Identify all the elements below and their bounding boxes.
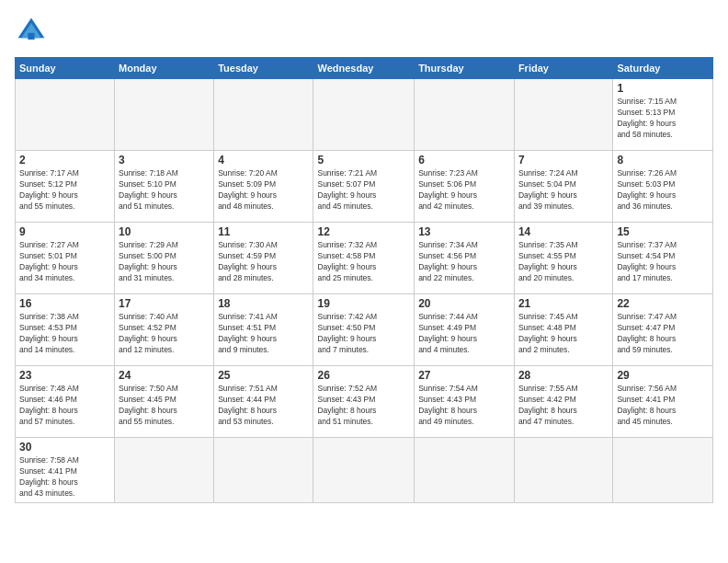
page: Sunday Monday Tuesday Wednesday Thursday…: [0, 0, 728, 563]
day-number: 11: [218, 225, 309, 238]
day-number: 25: [218, 369, 309, 382]
calendar-cell: [115, 438, 214, 503]
calendar-cell: [313, 79, 415, 151]
calendar: Sunday Monday Tuesday Wednesday Thursday…: [15, 57, 713, 503]
calendar-cell: [214, 79, 313, 151]
day-info: Sunrise: 7:37 AM Sunset: 4:54 PM Dayligh…: [617, 240, 709, 284]
calendar-cell: 12Sunrise: 7:32 AM Sunset: 4:58 PM Dayli…: [313, 223, 415, 294]
calendar-cell: 20Sunrise: 7:44 AM Sunset: 4:49 PM Dayli…: [415, 294, 515, 366]
calendar-cell: 18Sunrise: 7:41 AM Sunset: 4:51 PM Dayli…: [214, 294, 313, 366]
calendar-cell: 5Sunrise: 7:21 AM Sunset: 5:07 PM Daylig…: [313, 151, 415, 223]
day-number: 17: [119, 297, 210, 310]
day-info: Sunrise: 7:44 AM Sunset: 4:49 PM Dayligh…: [418, 312, 510, 356]
day-info: Sunrise: 7:32 AM Sunset: 4:58 PM Dayligh…: [317, 240, 410, 284]
calendar-cell: [415, 438, 515, 503]
calendar-cell: 19Sunrise: 7:42 AM Sunset: 4:50 PM Dayli…: [313, 294, 415, 366]
calendar-week-row: 1Sunrise: 7:15 AM Sunset: 5:13 PM Daylig…: [16, 79, 713, 151]
calendar-cell: 28Sunrise: 7:55 AM Sunset: 4:42 PM Dayli…: [514, 366, 612, 438]
calendar-cell: 16Sunrise: 7:38 AM Sunset: 4:53 PM Dayli…: [16, 294, 115, 366]
day-number: 10: [119, 225, 210, 238]
day-info: Sunrise: 7:17 AM Sunset: 5:12 PM Dayligh…: [19, 168, 110, 213]
day-info: Sunrise: 7:38 AM Sunset: 4:53 PM Dayligh…: [19, 312, 110, 356]
day-info: Sunrise: 7:54 AM Sunset: 4:43 PM Dayligh…: [418, 384, 510, 428]
col-friday: Friday: [514, 58, 612, 79]
day-info: Sunrise: 7:24 AM Sunset: 5:04 PM Dayligh…: [518, 168, 609, 213]
day-number: 28: [518, 369, 609, 382]
day-number: 9: [19, 225, 110, 238]
calendar-cell: 10Sunrise: 7:29 AM Sunset: 5:00 PM Dayli…: [115, 223, 214, 294]
calendar-cell: 27Sunrise: 7:54 AM Sunset: 4:43 PM Dayli…: [415, 366, 515, 438]
day-info: Sunrise: 7:20 AM Sunset: 5:09 PM Dayligh…: [218, 168, 309, 213]
calendar-cell: 1Sunrise: 7:15 AM Sunset: 5:13 PM Daylig…: [613, 79, 713, 151]
day-info: Sunrise: 7:21 AM Sunset: 5:07 PM Dayligh…: [317, 168, 410, 213]
day-number: 26: [317, 369, 410, 382]
day-number: 8: [617, 154, 709, 167]
header: [15, 15, 713, 48]
calendar-cell: 25Sunrise: 7:51 AM Sunset: 4:44 PM Dayli…: [214, 366, 313, 438]
calendar-cell: 30Sunrise: 7:58 AM Sunset: 4:41 PM Dayli…: [16, 438, 115, 503]
svg-rect-2: [28, 33, 34, 40]
day-info: Sunrise: 7:26 AM Sunset: 5:03 PM Dayligh…: [617, 168, 709, 213]
calendar-cell: 11Sunrise: 7:30 AM Sunset: 4:59 PM Dayli…: [214, 223, 313, 294]
day-info: Sunrise: 7:48 AM Sunset: 4:46 PM Dayligh…: [19, 384, 110, 428]
day-info: Sunrise: 7:56 AM Sunset: 4:41 PM Dayligh…: [617, 384, 709, 428]
day-number: 14: [518, 225, 609, 238]
logo-icon: [15, 15, 48, 48]
calendar-cell: 21Sunrise: 7:45 AM Sunset: 4:48 PM Dayli…: [514, 294, 612, 366]
day-number: 6: [418, 154, 510, 167]
calendar-cell: 7Sunrise: 7:24 AM Sunset: 5:04 PM Daylig…: [514, 151, 612, 223]
day-number: 21: [518, 297, 609, 310]
day-number: 19: [317, 297, 410, 310]
day-number: 29: [617, 369, 709, 382]
day-info: Sunrise: 7:42 AM Sunset: 4:50 PM Dayligh…: [317, 312, 410, 356]
calendar-cell: [115, 79, 214, 151]
day-number: 15: [617, 225, 709, 238]
day-info: Sunrise: 7:35 AM Sunset: 4:55 PM Dayligh…: [518, 240, 609, 284]
day-info: Sunrise: 7:47 AM Sunset: 4:47 PM Dayligh…: [617, 312, 709, 356]
calendar-cell: 8Sunrise: 7:26 AM Sunset: 5:03 PM Daylig…: [613, 151, 713, 223]
calendar-cell: 17Sunrise: 7:40 AM Sunset: 4:52 PM Dayli…: [115, 294, 214, 366]
day-info: Sunrise: 7:34 AM Sunset: 4:56 PM Dayligh…: [418, 240, 510, 284]
calendar-cell: 22Sunrise: 7:47 AM Sunset: 4:47 PM Dayli…: [613, 294, 713, 366]
col-monday: Monday: [115, 58, 214, 79]
day-info: Sunrise: 7:52 AM Sunset: 4:43 PM Dayligh…: [317, 384, 410, 428]
calendar-cell: 24Sunrise: 7:50 AM Sunset: 4:45 PM Dayli…: [115, 366, 214, 438]
day-number: 23: [19, 369, 110, 382]
calendar-cell: 29Sunrise: 7:56 AM Sunset: 4:41 PM Dayli…: [613, 366, 713, 438]
calendar-cell: 2Sunrise: 7:17 AM Sunset: 5:12 PM Daylig…: [16, 151, 115, 223]
day-number: 22: [617, 297, 709, 310]
day-info: Sunrise: 7:50 AM Sunset: 4:45 PM Dayligh…: [119, 384, 210, 428]
day-number: 3: [119, 154, 210, 167]
calendar-cell: 14Sunrise: 7:35 AM Sunset: 4:55 PM Dayli…: [514, 223, 612, 294]
calendar-cell: [514, 79, 612, 151]
calendar-cell: [514, 438, 612, 503]
calendar-week-row: 2Sunrise: 7:17 AM Sunset: 5:12 PM Daylig…: [16, 151, 713, 223]
day-number: 5: [317, 154, 410, 167]
day-number: 1: [617, 82, 709, 95]
calendar-cell: 13Sunrise: 7:34 AM Sunset: 4:56 PM Dayli…: [415, 223, 515, 294]
calendar-cell: 26Sunrise: 7:52 AM Sunset: 4:43 PM Dayli…: [313, 366, 415, 438]
day-number: 2: [19, 154, 110, 167]
calendar-cell: [16, 79, 115, 151]
col-thursday: Thursday: [415, 58, 515, 79]
calendar-header-row: Sunday Monday Tuesday Wednesday Thursday…: [16, 58, 713, 79]
calendar-cell: 3Sunrise: 7:18 AM Sunset: 5:10 PM Daylig…: [115, 151, 214, 223]
day-number: 30: [19, 441, 110, 454]
day-info: Sunrise: 7:40 AM Sunset: 4:52 PM Dayligh…: [119, 312, 210, 356]
day-info: Sunrise: 7:41 AM Sunset: 4:51 PM Dayligh…: [218, 312, 309, 356]
calendar-cell: 4Sunrise: 7:20 AM Sunset: 5:09 PM Daylig…: [214, 151, 313, 223]
calendar-cell: 23Sunrise: 7:48 AM Sunset: 4:46 PM Dayli…: [16, 366, 115, 438]
day-info: Sunrise: 7:30 AM Sunset: 4:59 PM Dayligh…: [218, 240, 309, 284]
calendar-week-row: 30Sunrise: 7:58 AM Sunset: 4:41 PM Dayli…: [16, 438, 713, 503]
logo: [15, 15, 53, 48]
day-info: Sunrise: 7:58 AM Sunset: 4:41 PM Dayligh…: [19, 455, 110, 500]
day-info: Sunrise: 7:51 AM Sunset: 4:44 PM Dayligh…: [218, 384, 309, 428]
day-info: Sunrise: 7:45 AM Sunset: 4:48 PM Dayligh…: [518, 312, 609, 356]
day-info: Sunrise: 7:18 AM Sunset: 5:10 PM Dayligh…: [119, 168, 210, 213]
col-tuesday: Tuesday: [214, 58, 313, 79]
calendar-cell: 6Sunrise: 7:23 AM Sunset: 5:06 PM Daylig…: [415, 151, 515, 223]
day-number: 12: [317, 225, 410, 238]
calendar-cell: [613, 438, 713, 503]
calendar-cell: 9Sunrise: 7:27 AM Sunset: 5:01 PM Daylig…: [16, 223, 115, 294]
calendar-week-row: 23Sunrise: 7:48 AM Sunset: 4:46 PM Dayli…: [16, 366, 713, 438]
